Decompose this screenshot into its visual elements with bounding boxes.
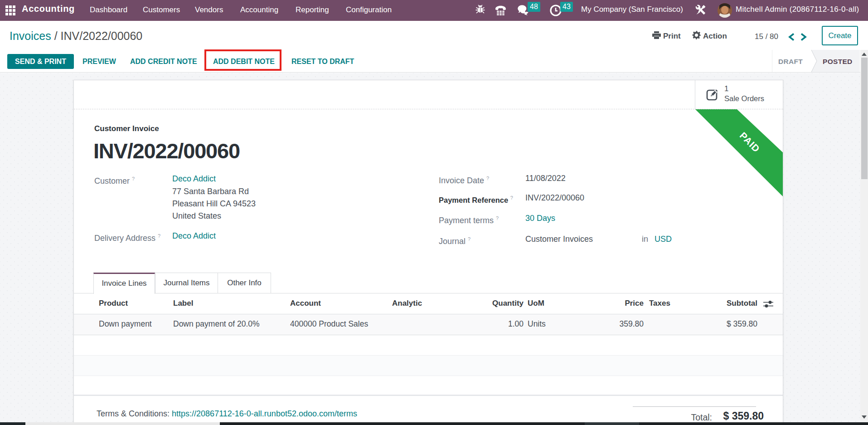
svg-text:PAID: PAID: [738, 130, 762, 154]
svg-text:DRAFT: DRAFT: [778, 58, 803, 65]
svg-text:POSTED: POSTED: [823, 58, 853, 65]
